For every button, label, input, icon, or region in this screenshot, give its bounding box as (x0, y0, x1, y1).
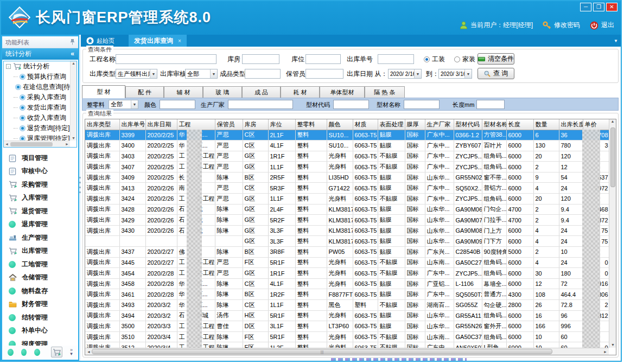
sidebar-item-dot[interactable]: 报废管理 (3, 337, 77, 346)
column-header[interactable]: 型材代码 (454, 119, 482, 130)
table-row[interactable]: 调拨出库34072020/2/25工 共工程严思G区1L1F整料光身料6063-… (85, 162, 609, 173)
tree-item[interactable]: 退货查询[待定] (4, 123, 70, 133)
column-header[interactable]: 出库类型 (85, 119, 119, 130)
color-input[interactable] (160, 100, 195, 109)
sidebar-item-dot[interactable]: 物料盘存 (3, 284, 77, 298)
table-row[interactable]: 调拨出库34942020/3/2石 辉城汤伟H区5R1F整料光身料6063-T5… (85, 310, 609, 321)
tree-item[interactable]: 预算执行查询 (4, 72, 70, 82)
column-header[interactable]: 工程 (177, 119, 215, 130)
tree-root[interactable]: - 统计分析 (4, 61, 70, 72)
tree-expander-icon[interactable]: - (6, 64, 11, 69)
sidebar-item-folder[interactable]: 财务管理 (3, 298, 77, 311)
grid-vertical-scrollbar[interactable]: ▲▼ (609, 119, 616, 348)
column-header[interactable]: 材质 (353, 119, 378, 130)
table-row[interactable]: 调拨出库34292020/2/26石 城陈琳G区5R2F整料KLM3817606… (85, 215, 609, 226)
sidebar-item-cart[interactable]: 出库管理 (3, 245, 77, 258)
table-row[interactable]: 调拨出库34932020/3/2华 原...陈琳C区1L1F整料黑色塑料不贴膜国… (85, 300, 609, 311)
material-tab[interactable]: 辅 材 (164, 86, 203, 98)
tab-close-icon[interactable]: × (178, 38, 181, 44)
column-header[interactable]: 生产厂家 (425, 119, 454, 130)
radio-gongzhuang[interactable]: 工装 (424, 54, 445, 64)
overflow-chevron-icon[interactable]: »▾ (70, 348, 73, 356)
column-header[interactable]: 型材名称 (482, 119, 506, 130)
logout-button[interactable]: 退出 (590, 21, 614, 30)
tree-vertical-scrollbar[interactable]: ▲▼ (70, 61, 77, 141)
column-header[interactable]: 单价 (583, 119, 609, 130)
table-row[interactable]: 调拨出库34302020/2/26石 城陈琳G区3L3F整料KLM3817606… (85, 225, 609, 236)
tree-item[interactable]: 采购入库查询 (4, 92, 70, 103)
sidebar-item-dot[interactable]: 结转管理 (3, 311, 77, 324)
date-to-picker[interactable]: 2020/ 3/16▼ (438, 69, 472, 79)
table-row[interactable]: 调拨出库34092020/2/25长 ...陈琳B区2R5F整料LI35HD60… (85, 172, 609, 183)
sidebar-item-dot[interactable]: 补单中心 (3, 324, 77, 338)
table-row[interactable]: 调拨出库35002020/3/3工 共工程曹佳D区3L1F整料LT3P60606… (85, 321, 609, 332)
material-tab[interactable]: 配 件 (125, 86, 164, 98)
material-tab[interactable]: 隔 热 条 (365, 86, 405, 98)
column-header[interactable]: 数量 (533, 119, 559, 130)
clear-conditions-button[interactable]: 清空条件 (477, 53, 514, 65)
table-row[interactable]: 调拨出库34372020/2/27佛 ...陈琳B区3R8F整料PW056063… (85, 247, 609, 258)
table-row[interactable]: 调拨出库34542020/2/28工 共工程严思G区1R1F整料光身料6063-… (85, 268, 609, 279)
material-tab[interactable]: 耗 材 (281, 86, 320, 98)
tree-item[interactable]: 在途信息查询[待 (4, 82, 70, 92)
table-row[interactable]: 调拨出库34032020/2/25工 共工程严思G区1R1F整料光身料6063-… (85, 151, 609, 162)
project-name-input[interactable] (116, 54, 217, 64)
sidebar-item-dot[interactable]: 工地管理 (3, 258, 77, 271)
material-tab[interactable]: 成 品 (242, 86, 281, 98)
tab-list-caret-icon[interactable]: ▼ (614, 39, 618, 43)
table-row[interactable]: 调拨出库34452020/2/27工 共工程严思F区5R1F整料光身料6063-… (85, 257, 609, 268)
column-header[interactable]: 出库日期 (145, 119, 177, 130)
product-type-input[interactable] (245, 69, 281, 79)
sidebar-item-clipboard[interactable]: 审核中心 (3, 165, 77, 178)
green-dot-icon[interactable] (21, 349, 27, 356)
order-no-input[interactable] (378, 54, 414, 64)
column-header[interactable]: 长度 (506, 119, 533, 130)
radio-jiazhuang[interactable]: 家装 (454, 54, 475, 64)
green-dot-icon[interactable] (34, 349, 40, 356)
close-button[interactable]: ✕ (606, 3, 617, 11)
outbound-type-select[interactable]: 生产领料出库▼ (116, 69, 157, 79)
table-row[interactable]: 调拨出库34002020/2/25华 原...严思C区4L1F整料SU10...… (85, 141, 609, 151)
column-header[interactable]: 颜色 (327, 119, 353, 130)
column-header[interactable]: 膜厚 (405, 119, 425, 130)
cart-button[interactable] (51, 347, 62, 357)
profile-name-input[interactable] (404, 100, 440, 109)
change-password-button[interactable]: 修改密码 (543, 21, 580, 30)
date-from-picker[interactable]: 2020/ 2/16▼ (388, 69, 422, 79)
keeper-input[interactable] (305, 69, 343, 79)
table-row[interactable]: 调拨出库34242020/2/26工 共工程严思G区1L1F整料光身料6063-… (85, 194, 609, 205)
pin-icon[interactable] (70, 39, 75, 45)
tree-item[interactable]: 发货出库查询 (4, 103, 70, 113)
maker-input[interactable] (228, 100, 293, 109)
profile-code-input[interactable] (333, 100, 369, 109)
sidebar-item-cart[interactable]: 采购管理 (3, 178, 77, 191)
tree-horizontal-scrollbar[interactable]: ◄► (4, 141, 70, 147)
minimize-button[interactable]: ─ (580, 3, 591, 11)
whole-part-select[interactable]: 全部▼ (109, 100, 138, 109)
tab-shipment-outbound-query[interactable]: 发货出库查询 × (129, 35, 187, 47)
material-tab[interactable]: 单体型材 (320, 86, 365, 98)
sidebar-item-clipboard[interactable]: 项目管理 (3, 151, 77, 165)
sidebar-section-header[interactable]: 统计分析 « (2, 48, 78, 60)
search-button[interactable]: 查 询 (477, 68, 514, 79)
column-header[interactable]: 库位 (268, 119, 295, 130)
green-dot-icon[interactable] (8, 349, 14, 356)
column-header[interactable]: 保管员 (215, 119, 243, 130)
tree-item[interactable]: 退库管理[待定] (4, 133, 70, 141)
sidebar-item-prod[interactable]: 生产管理 (3, 231, 77, 245)
table-row[interactable]: 调拨出库34282020/2/26石 城陈琳G区2L4F整料KLM3817606… (85, 204, 609, 215)
column-header[interactable]: 整零料 (295, 119, 327, 130)
audit-select[interactable]: 全部▼ (185, 69, 218, 79)
table-row[interactable]: 调拨出库34582020/2/28华 原...陈琳C区4L1F整料光身料6063… (85, 278, 609, 289)
grid-horizontal-scrollbar[interactable]: ◄|||► (85, 348, 609, 355)
material-tab[interactable]: 型 材 (82, 85, 125, 98)
collapse-icon[interactable]: « (71, 48, 74, 60)
table-row[interactable]: 调拨出库33992020/2/25华 原...严思C区2L1F整料SU10...… (85, 130, 609, 141)
column-header[interactable]: 出库单号 (119, 119, 145, 130)
material-tab[interactable]: 玻 璃 (203, 86, 242, 98)
column-header[interactable]: 库房 (243, 119, 268, 130)
sidebar-item-dot[interactable]: 退库管理 (3, 218, 77, 232)
table-row[interactable]: 调拨出库35122020/3/4工 共工程陈琳F区1L2F整料光身料6063-T… (85, 342, 609, 348)
column-header[interactable]: 表面处理 (378, 119, 405, 130)
length-input[interactable] (476, 100, 505, 109)
